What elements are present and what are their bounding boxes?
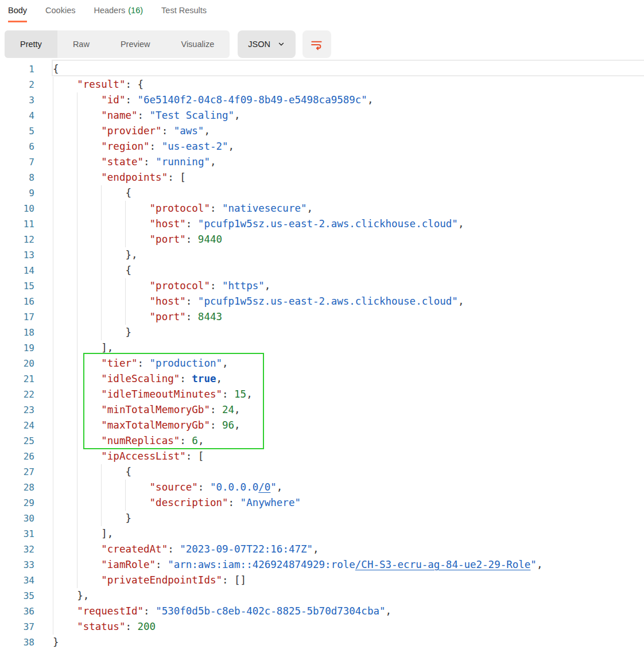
code-line[interactable]: { <box>53 185 644 201</box>
token-n: 96 <box>222 419 234 431</box>
code-editor[interactable]: 1234567891011121314151617181920212223242… <box>0 59 644 650</box>
tab-cookies[interactable]: Cookies <box>45 6 75 21</box>
code-line[interactable]: } <box>53 635 644 650</box>
line-number: 22 <box>0 387 34 402</box>
indent-guide <box>53 77 77 92</box>
view-pretty-button[interactable]: Pretty <box>5 30 57 58</box>
indent-guide <box>53 232 77 247</box>
token-p: : [] <box>222 574 246 586</box>
tab-body[interactable]: Body <box>8 6 27 22</box>
token-p: { <box>125 466 131 477</box>
code-line[interactable]: "createdAt": "2023-09-07T22:16:47Z", <box>53 542 644 557</box>
indent-guide <box>101 309 125 325</box>
code-line[interactable]: ], <box>53 340 644 356</box>
line-number: 1 <box>0 61 34 77</box>
token-p: , <box>216 373 222 384</box>
view-visualize-button[interactable]: Visualize <box>165 30 230 58</box>
code-line[interactable]: "maxTotalMemoryGb": 96, <box>53 418 644 433</box>
indent-guide <box>77 92 101 108</box>
line-number: 13 <box>0 247 34 263</box>
indent-guide <box>77 278 101 294</box>
code-line[interactable]: { <box>53 464 644 480</box>
token-p: } <box>53 636 59 648</box>
token-k: "status" <box>77 621 125 632</box>
code-line[interactable]: "region": "us-east-2", <box>53 139 644 154</box>
indent-guide <box>101 185 125 201</box>
token-k: "iamRole" <box>101 559 156 570</box>
indent-guide <box>77 201 101 216</box>
line-number: 25 <box>0 433 34 449</box>
token-p: : <box>162 125 174 137</box>
code-line[interactable]: "minTotalMemoryGb": 24, <box>53 402 644 418</box>
code-line[interactable]: "host": "pcufp1w5sz.us-east-2.aws.clickh… <box>53 216 644 232</box>
code-line[interactable]: "privateEndpointIds": [] <box>53 573 644 588</box>
code-line[interactable]: { <box>53 61 644 77</box>
code-line[interactable]: "state": "running", <box>53 154 644 170</box>
code-line[interactable]: "port": 9440 <box>53 232 644 247</box>
token-u: /0 <box>258 481 270 493</box>
code-line[interactable]: }, <box>53 588 644 604</box>
code-line[interactable]: "name": "Test Scaling", <box>53 108 644 123</box>
indent-guide <box>53 216 77 232</box>
code-line[interactable]: "description": "Anywhere" <box>53 495 644 511</box>
indent-guide <box>77 511 101 526</box>
line-number: 34 <box>0 573 34 588</box>
code-line[interactable]: "idleScaling": true, <box>53 371 644 387</box>
code-line[interactable]: "protocol": "https", <box>53 278 644 294</box>
code-line[interactable]: } <box>53 511 644 526</box>
code-line[interactable]: } <box>53 325 644 340</box>
line-number: 26 <box>0 449 34 464</box>
indent-guide <box>125 201 149 216</box>
token-k: "endpoints" <box>101 172 168 183</box>
code-line[interactable]: "source": "0.0.0.0/0", <box>53 480 644 495</box>
code-line[interactable]: "protocol": "nativesecure", <box>53 201 644 216</box>
token-s: "6e5140f2-04c8-4f09-8b49-e5498ca9589c" <box>138 94 367 106</box>
code-line[interactable]: }, <box>53 247 644 263</box>
token-p: , <box>458 218 464 230</box>
code-line[interactable]: ], <box>53 526 644 542</box>
code-line[interactable]: "idleTimeoutMinutes": 15, <box>53 387 644 402</box>
indent-guide <box>53 402 77 418</box>
indent-guide <box>77 232 101 247</box>
indent-guide <box>125 495 149 511</box>
indent-guide <box>53 371 77 387</box>
code-line[interactable]: "numReplicas": 6, <box>53 433 644 449</box>
indent-guide <box>77 154 101 170</box>
code-line[interactable]: "iamRole": "arn:aws:iam::426924874929:ro… <box>53 557 644 573</box>
code-line[interactable]: "result": { <box>53 77 644 92</box>
indent-guide <box>77 340 101 356</box>
token-k: "source" <box>150 481 198 493</box>
token-p: : { <box>125 79 143 90</box>
view-raw-button[interactable]: Raw <box>57 30 105 58</box>
code-line[interactable]: "tier": "production", <box>53 356 644 371</box>
line-number: 3 <box>0 92 34 108</box>
token-p: : <box>210 419 222 431</box>
indent-guide <box>53 418 77 433</box>
indent-guide <box>53 573 77 588</box>
wrap-lines-button[interactable] <box>302 30 331 58</box>
line-number: 17 <box>0 309 34 325</box>
tab-test-results[interactable]: Test Results <box>161 6 207 21</box>
code-line[interactable]: "requestId": "530f0d5b-c8eb-402c-8825-5b… <box>53 604 644 619</box>
token-p: : <box>168 543 180 555</box>
token-k: "result" <box>77 79 125 90</box>
line-number: 10 <box>0 201 34 216</box>
view-preview-button[interactable]: Preview <box>105 30 166 58</box>
code-line[interactable]: "endpoints": [ <box>53 170 644 185</box>
tab-headers[interactable]: Headers(16) <box>94 6 143 21</box>
indent-guide <box>53 619 77 635</box>
code-line[interactable]: "host": "pcufp1w5sz.us-east-2.aws.clickh… <box>53 294 644 309</box>
token-k: "idleTimeoutMinutes" <box>101 388 222 400</box>
code-line[interactable]: { <box>53 263 644 278</box>
token-p: , <box>458 295 464 307</box>
token-n: 15 <box>234 388 246 400</box>
code-line[interactable]: "port": 8443 <box>53 309 644 325</box>
indent-guide <box>77 542 101 557</box>
code-line[interactable]: "ipAccessList": [ <box>53 449 644 464</box>
code-line[interactable]: "status": 200 <box>53 619 644 635</box>
token-s: "Anywhere" <box>240 497 301 508</box>
code-line[interactable]: "id": "6e5140f2-04c8-4f09-8b49-e5498ca95… <box>53 92 644 108</box>
token-s: "nativesecure" <box>222 203 307 214</box>
code-line[interactable]: "provider": "aws", <box>53 123 644 139</box>
format-dropdown[interactable]: JSON <box>238 30 296 58</box>
